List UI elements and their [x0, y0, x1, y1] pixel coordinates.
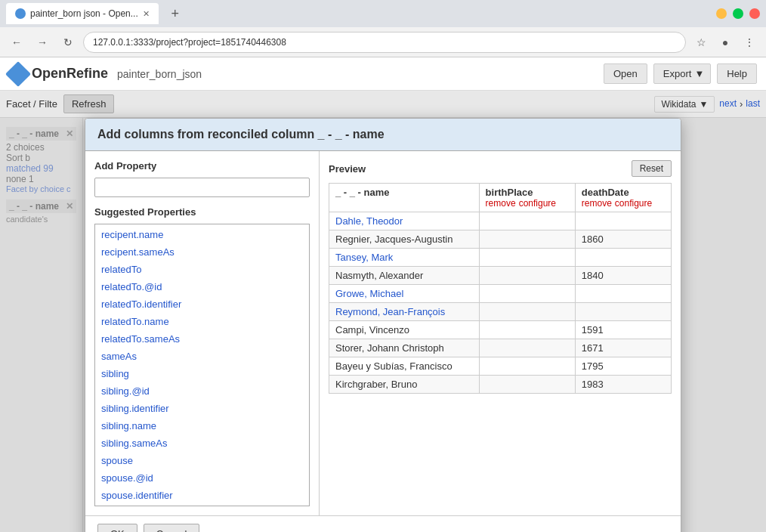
- facet-filter-label: Facet / Filte: [6, 98, 57, 110]
- property-item[interactable]: relatedTo: [95, 261, 309, 278]
- help-button[interactable]: Help: [717, 63, 757, 84]
- ok-button[interactable]: OK: [97, 524, 137, 532]
- modal-left-panel: Add Property Suggested Properties recipe…: [85, 151, 320, 515]
- openrefine-logo: OpenRefine: [9, 65, 108, 83]
- window-minimize-button[interactable]: [716, 8, 727, 19]
- row-deathdate-cell: 1591: [575, 321, 671, 339]
- row-name-cell: Regnier, Jacques-Augustin: [329, 230, 480, 249]
- row-deathdate-cell: 1671: [575, 339, 671, 357]
- row-birthplace-cell: [479, 303, 575, 321]
- modal-body: Add Property Suggested Properties recipe…: [85, 151, 681, 515]
- preview-header-row: Preview Reset: [329, 160, 672, 177]
- row-birthplace-cell: [479, 376, 575, 394]
- property-search-input[interactable]: [94, 178, 310, 197]
- app-bar-actions: Open Export ▼ Help: [604, 63, 757, 84]
- preview-table: _ - _ - name birthPlace remove configure: [329, 183, 672, 394]
- row-name-cell: Bayeu y Subías, Francisco: [329, 357, 480, 376]
- cancel-button[interactable]: Cancel: [144, 524, 199, 532]
- tab-close-button[interactable]: ✕: [143, 9, 150, 19]
- table-row: Kirchgraber, Bruno 1983: [329, 376, 672, 394]
- refresh-button[interactable]: Refresh: [63, 94, 115, 113]
- reset-button[interactable]: Reset: [632, 160, 672, 177]
- row-name-cell[interactable]: Reymond, Jean-François: [329, 303, 480, 321]
- window-maximize-button[interactable]: [733, 8, 743, 19]
- window-close-button[interactable]: [749, 8, 760, 19]
- property-item[interactable]: relatedTo.name: [95, 313, 309, 330]
- back-button[interactable]: ←: [6, 32, 27, 53]
- row-name-cell[interactable]: Tansey, Mark: [329, 249, 480, 267]
- export-button[interactable]: Export ▼: [653, 63, 711, 84]
- property-item[interactable]: sibling.@id: [95, 382, 309, 400]
- property-item[interactable]: spouse.@id: [95, 469, 309, 487]
- row-deathdate-cell: 1795: [575, 357, 671, 376]
- bookmark-this-button[interactable]: ☆: [690, 32, 712, 53]
- suggested-properties-label: Suggested Properties: [94, 206, 310, 218]
- reload-button[interactable]: ↻: [57, 32, 79, 53]
- app-bar: OpenRefine painter_born_json Open Export…: [0, 57, 766, 91]
- property-list: recipent.name recipent.sameAs relatedTo …: [95, 224, 309, 506]
- property-item[interactable]: sibling: [95, 365, 309, 382]
- profile-button[interactable]: ●: [715, 32, 736, 53]
- modal-right-panel: Preview Reset _ - _ - name birthPlace: [320, 151, 681, 515]
- browser-navbar: ← → ↻ 127.0.0.1:3333/project?project=185…: [0, 27, 766, 57]
- row-birthplace-cell: [479, 230, 575, 249]
- property-item[interactable]: sibling.name: [95, 417, 309, 435]
- open-button[interactable]: Open: [604, 63, 647, 84]
- new-tab-button[interactable]: +: [165, 3, 186, 24]
- table-row: Nasmyth, Alexander 1840: [329, 267, 672, 285]
- row-birthplace-cell: [479, 212, 575, 230]
- birthplace-configure-link[interactable]: configure: [519, 198, 556, 209]
- property-item[interactable]: relatedTo.@id: [95, 278, 309, 295]
- deathdate-remove-link[interactable]: remove: [582, 198, 612, 209]
- pagination: next › last: [719, 98, 760, 110]
- property-item[interactable]: sibling.identifier: [95, 400, 309, 417]
- modal-title: Add columns from reconciled column _ - _…: [97, 128, 669, 141]
- col-deathdate-header: deathDate remove configure: [575, 184, 671, 212]
- modal-backdrop: Add columns from reconciled column _ - _…: [0, 118, 766, 532]
- table-row: Dahle, Theodor: [329, 212, 672, 230]
- table-row: Storer, Johann Christoph 1671: [329, 339, 672, 357]
- menu-button[interactable]: ⋮: [739, 32, 760, 53]
- row-name-cell[interactable]: Growe, Michael: [329, 285, 480, 303]
- row-deathdate-cell: 1860: [575, 230, 671, 249]
- property-item[interactable]: sibling.sameAs: [95, 435, 309, 452]
- nav-right-icons: ☆ ● ⋮: [690, 32, 760, 53]
- birthplace-actions: remove configure: [486, 198, 569, 209]
- table-row: Regnier, Jacques-Augustin 1860: [329, 230, 672, 249]
- last-page-link[interactable]: last: [746, 98, 760, 110]
- address-bar[interactable]: 127.0.0.1:3333/project?project=185174044…: [83, 32, 686, 53]
- col-name-header: _ - _ - name: [329, 184, 480, 212]
- table-row: Tansey, Mark: [329, 249, 672, 267]
- property-item[interactable]: recipent.sameAs: [95, 243, 309, 261]
- sub-bar-right: Wikidata ▼ next › last: [654, 96, 760, 113]
- browser-tab[interactable]: painter_born json - Open... ✕: [6, 3, 159, 24]
- row-birthplace-cell: [479, 285, 575, 303]
- row-deathdate-cell: [575, 249, 671, 267]
- wikidata-dropdown-icon: ▼: [699, 99, 708, 110]
- row-name-cell[interactable]: Dahle, Theodor: [329, 212, 480, 230]
- deathdate-configure-link[interactable]: configure: [615, 198, 652, 209]
- row-birthplace-cell: [479, 339, 575, 357]
- birthplace-remove-link[interactable]: remove: [486, 198, 516, 209]
- row-birthplace-cell: [479, 321, 575, 339]
- property-item[interactable]: relatedTo.identifier: [95, 295, 309, 313]
- property-item[interactable]: spouse: [95, 452, 309, 469]
- row-deathdate-cell: [575, 285, 671, 303]
- browser-titlebar: painter_born json - Open... ✕ +: [0, 0, 766, 27]
- export-dropdown-icon: ▼: [694, 68, 704, 79]
- forward-button[interactable]: →: [32, 32, 53, 53]
- property-item[interactable]: spouse.identifier: [95, 487, 309, 504]
- main-content: _ - _ - name ✕ 2 choices Sort b matched …: [0, 118, 766, 532]
- tab-favicon: [15, 8, 26, 19]
- preview-table-body: Dahle, Theodor Regnier, Jacques-Augustin…: [329, 212, 672, 394]
- wikidata-service-badge[interactable]: Wikidata ▼: [654, 96, 715, 113]
- logo-icon: [5, 61, 31, 87]
- next-page-link[interactable]: next: [719, 98, 737, 110]
- add-property-label: Add Property: [94, 160, 310, 172]
- row-deathdate-cell: 1840: [575, 267, 671, 285]
- property-item[interactable]: sameAs: [95, 348, 309, 365]
- property-item[interactable]: recipent.name: [95, 226, 309, 243]
- row-birthplace-cell: [479, 357, 575, 376]
- row-name-cell: Campi, Vincenzo: [329, 321, 480, 339]
- property-item[interactable]: relatedTo.sameAs: [95, 330, 309, 348]
